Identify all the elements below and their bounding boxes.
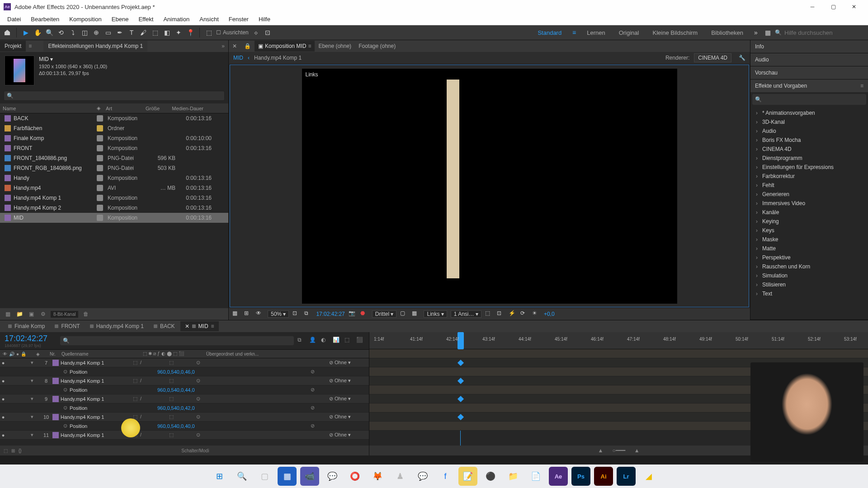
app-obs[interactable]: ⚫ bbox=[481, 467, 500, 486]
renderer-settings-icon[interactable]: 🔧 bbox=[739, 55, 745, 61]
project-search-input[interactable]: 🔍 bbox=[4, 91, 225, 101]
snap-icon[interactable]: ⬚ bbox=[204, 28, 213, 37]
roi-icon[interactable]: ▢ bbox=[400, 310, 408, 318]
project-row[interactable]: Handy.mp4 Komp 1Komposition0:00:13:16 bbox=[0, 193, 228, 203]
project-row[interactable]: FRONT_RGB_1840886.pngPNG-Datei503 KB bbox=[0, 163, 228, 173]
col-name[interactable]: Quellenname bbox=[61, 352, 143, 357]
effects-category[interactable]: ›Perspektive bbox=[754, 253, 864, 262]
timeline-search-input[interactable]: 🔍 bbox=[60, 336, 294, 345]
new-folder-icon[interactable]: 📁 bbox=[15, 310, 24, 318]
workspace-standard[interactable]: Standard bbox=[532, 29, 567, 36]
breadcrumb-mid[interactable]: MID bbox=[233, 55, 243, 61]
breadcrumb-back-icon[interactable]: ‹ bbox=[248, 55, 250, 61]
effects-category[interactable]: ›Boris FX Mocha bbox=[754, 136, 864, 145]
menu-effekt[interactable]: Effekt bbox=[134, 14, 158, 24]
project-row[interactable]: FRONT_1840886.pngPNG-Datei596 KB bbox=[0, 153, 228, 163]
effects-category[interactable]: ›Keying bbox=[754, 217, 864, 226]
app-whatsapp[interactable]: 💬 bbox=[323, 467, 342, 486]
col-dur[interactable]: Medien-Dauer bbox=[165, 106, 206, 111]
clone-tool-icon[interactable]: ⬚ bbox=[151, 28, 160, 37]
res-icon[interactable]: ⊡ bbox=[292, 310, 301, 318]
timeline-icon[interactable]: ⟳ bbox=[520, 310, 528, 318]
app-firefox[interactable]: 🦊 bbox=[368, 467, 387, 486]
col-parent[interactable]: Übergeordnet und verkn... bbox=[206, 352, 369, 357]
type-tool-icon[interactable]: T bbox=[127, 28, 136, 37]
resolution-dropdown[interactable]: Drittel ▾ bbox=[372, 310, 397, 318]
tab-projekt[interactable]: Projekt bbox=[0, 41, 26, 52]
effects-category[interactable]: ›Kanäle bbox=[754, 208, 864, 217]
timeline-property[interactable]: ⊙Position960,0,540,0,42,0⊘ bbox=[0, 404, 369, 413]
tc-icon[interactable]: ⧉ bbox=[304, 310, 312, 318]
effects-category[interactable]: ›CINEMA 4D bbox=[754, 145, 864, 154]
project-row[interactable]: MIDKomposition0:00:13:16 bbox=[0, 213, 228, 223]
col-name[interactable]: Name bbox=[0, 106, 94, 111]
effects-search-input[interactable]: 🔍 bbox=[752, 94, 866, 105]
menu-animation[interactable]: Animation bbox=[159, 14, 194, 24]
trash-icon[interactable]: 🗑 bbox=[82, 310, 90, 318]
panels-icon[interactable]: ▦ bbox=[763, 28, 772, 37]
eraser-tool-icon[interactable]: ◧ bbox=[162, 28, 171, 37]
tl-tab-mid[interactable]: ✕MID≡ bbox=[180, 321, 219, 331]
zoom-out-icon[interactable]: ▲ bbox=[598, 447, 603, 454]
alpha-icon[interactable]: ▦ bbox=[232, 310, 241, 318]
pen-tool-icon[interactable]: ✒ bbox=[115, 28, 124, 37]
col-size[interactable]: Größe bbox=[143, 106, 165, 111]
project-list[interactable]: BACKKomposition0:00:13:16FarbflächenOrdn… bbox=[0, 113, 228, 308]
renderer-dropdown[interactable]: CINEMA 4D bbox=[694, 53, 731, 62]
project-row[interactable]: FarbflächenOrdner bbox=[0, 123, 228, 133]
app-teams[interactable]: 📹 bbox=[300, 467, 319, 486]
effects-category[interactable]: ›Dienstprogramm bbox=[754, 154, 864, 163]
tl-tab-handy[interactable]: Handy.mp4 Komp 1 bbox=[85, 321, 148, 331]
pan-behind-tool-icon[interactable]: ⊕ bbox=[92, 28, 101, 37]
app-facebook[interactable]: f bbox=[436, 467, 455, 486]
col-label-icon[interactable]: ◈ bbox=[36, 352, 50, 357]
effects-category[interactable]: ›Immersives Video bbox=[754, 199, 864, 208]
col-nr[interactable]: Nr. bbox=[50, 352, 61, 357]
timeline-property[interactable]: ⊙Position960,0,540,0,46,0⊘ bbox=[0, 367, 369, 376]
project-row[interactable]: FRONTKomposition0:00:13:16 bbox=[0, 143, 228, 153]
project-row[interactable]: BACKKomposition0:00:13:16 bbox=[0, 113, 228, 123]
app-aftereffects[interactable]: Ae bbox=[549, 467, 568, 486]
effects-category[interactable]: ›Generieren bbox=[754, 190, 864, 199]
project-row[interactable]: Handy.mp4AVI… MB0:00:13:16 bbox=[0, 183, 228, 193]
col-art[interactable]: Art bbox=[103, 106, 143, 111]
new-comp-icon[interactable]: ▣ bbox=[27, 310, 35, 318]
zoom-dropdown[interactable]: 50% ▾ bbox=[268, 310, 289, 318]
tl-foot-icon3[interactable]: {} bbox=[19, 448, 22, 453]
menu-komposition[interactable]: Komposition bbox=[65, 14, 106, 24]
snap-opt1-icon[interactable]: ⟐ bbox=[251, 28, 260, 37]
effects-category[interactable]: ›Text bbox=[754, 289, 864, 298]
workspace-menu-icon[interactable]: ≡ bbox=[570, 28, 579, 37]
tl-tab-finale[interactable]: Finale Komp bbox=[4, 321, 49, 331]
comp-tab-lock-icon[interactable]: 🔒 bbox=[241, 41, 255, 52]
col-label-icon[interactable]: ◈ bbox=[94, 105, 103, 111]
fast-preview-icon[interactable]: ⚡ bbox=[509, 310, 517, 318]
app-lightroom[interactable]: Lr bbox=[617, 467, 636, 486]
panel-info[interactable]: Info bbox=[750, 40, 868, 53]
menu-fenster[interactable]: Fenster bbox=[224, 14, 253, 24]
workspace-lernen[interactable]: Lernen bbox=[581, 29, 610, 36]
exposure-icon[interactable]: ☀ bbox=[532, 310, 540, 318]
project-row[interactable]: Handy.mp4 Komp 2Komposition0:00:13:16 bbox=[0, 203, 228, 213]
menu-ansicht[interactable]: Ansicht bbox=[195, 14, 223, 24]
effects-category[interactable]: ›3D-Kanal bbox=[754, 117, 864, 127]
effects-category[interactable]: ›Simulation bbox=[754, 271, 864, 280]
views-count-dropdown[interactable]: 1 Ansi… ▾ bbox=[451, 310, 481, 318]
effects-category[interactable]: ›Keys bbox=[754, 226, 864, 235]
hand-tool-icon[interactable]: ✋ bbox=[33, 28, 42, 37]
col-lock-icon[interactable]: 🔒 bbox=[21, 352, 26, 357]
app-opera[interactable]: ⭕ bbox=[345, 467, 364, 486]
composition-viewer[interactable]: Links bbox=[230, 65, 749, 307]
search-button[interactable]: 🔍 bbox=[232, 467, 251, 486]
panel-vorschau[interactable]: Vorschau bbox=[750, 66, 868, 79]
tl-graph-icon[interactable]: 📊 bbox=[333, 337, 341, 345]
timeline-track[interactable] bbox=[369, 349, 868, 358]
tl-blur-icon[interactable]: ◐ bbox=[321, 337, 329, 345]
timeline-layer[interactable]: ●▾8Handy.mp4 Komp 1⬚/⬚⊙⊘ Ohne ▾ bbox=[0, 376, 369, 385]
task-view-button[interactable]: ▢ bbox=[255, 467, 274, 486]
effects-category[interactable]: ›Fehlt bbox=[754, 181, 864, 190]
workspace-kleine[interactable]: Kleine Bildschirm bbox=[647, 29, 703, 36]
view-dropdown[interactable]: Links ▾ bbox=[424, 310, 447, 318]
app-unknown2[interactable]: ◢ bbox=[639, 467, 658, 486]
effects-category[interactable]: ›Rauschen und Korn bbox=[754, 262, 864, 271]
